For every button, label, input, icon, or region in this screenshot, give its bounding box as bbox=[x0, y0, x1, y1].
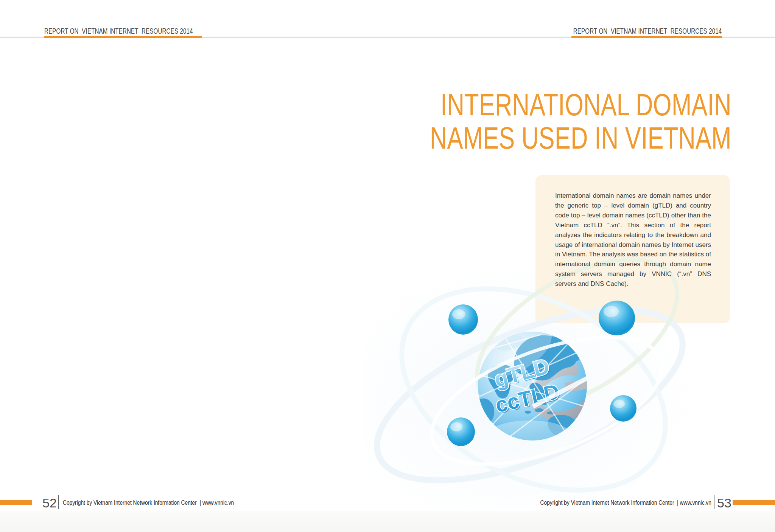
footer-accent-bar-right bbox=[733, 500, 775, 505]
running-header-right: REPORT ON VIETNAM INTERNET RESOURCES 201… bbox=[573, 26, 722, 36]
footer-accent-bar-left bbox=[0, 500, 32, 505]
intro-paragraph: International domain names are domain na… bbox=[555, 191, 711, 289]
page-title-line1: INTERNATIONAL DOMAIN bbox=[430, 88, 731, 121]
footer-separator-left bbox=[58, 495, 59, 509]
header-underline-left bbox=[44, 36, 202, 38]
report-spread: REPORT ON VIETNAM INTERNET RESOURCES 201… bbox=[0, 0, 775, 532]
footer-copyright-left: Copyright by Vietnam Internet Network In… bbox=[63, 499, 234, 506]
footer-separator-right bbox=[714, 495, 714, 509]
footer-copyright-right: Copyright by Vietnam Internet Network In… bbox=[540, 499, 711, 506]
page-number-right: 53 bbox=[717, 496, 731, 510]
running-header-left: REPORT ON VIETNAM INTERNET RESOURCES 201… bbox=[44, 26, 193, 36]
header-underline-right bbox=[571, 36, 722, 38]
page-bottom-strip bbox=[0, 511, 775, 532]
page-title: INTERNATIONAL DOMAIN NAMES USED IN VIETN… bbox=[430, 88, 731, 155]
page-title-line2: NAMES USED IN VIETNAM bbox=[430, 121, 731, 155]
page-number-left: 52 bbox=[42, 496, 57, 510]
